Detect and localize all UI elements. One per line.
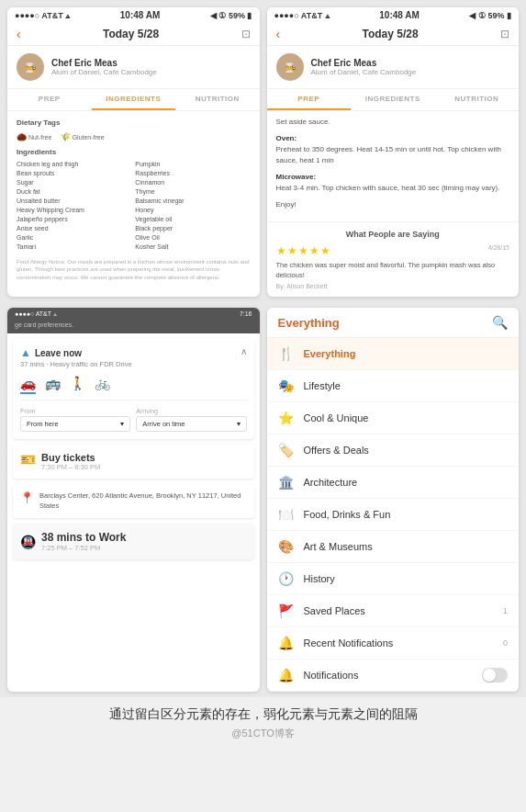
tab-nutrition-left[interactable]: NUTRITION (175, 89, 260, 110)
review-row: ★★★★★ 4/28/15 (276, 244, 510, 257)
bottom-row: ●●●●○ AT&T ⟁ 7:16 ge card preferences. ▲… (0, 302, 526, 697)
arriving-select[interactable]: Arrive on time ▾ (136, 416, 246, 432)
ingredient-8: Thyme (135, 187, 250, 196)
back-arrow-left[interactable]: ‹ (17, 27, 21, 41)
chef-name-right: Chef Eric Meas (311, 58, 417, 68)
menu-item-offers[interactable]: 🏷️ Offers & Deals (267, 434, 520, 467)
menu-item-food[interactable]: 🍽️ Food, Drinks & Fun (267, 499, 520, 531)
work-bar: 🚇 38 mins to Work 7:25 PM – 7:52 PM (13, 524, 254, 559)
review-by: By: Alison Beckett (276, 283, 510, 289)
caption-area: 通过留白区分元素的存在，弱化元素与元素之间的阻隔 @51CTO博客 (0, 697, 526, 746)
leave-now-left: ▲ Leave now 37 mins · Heavy traffic on F… (20, 346, 132, 368)
transport-icons: 🚗 🚌 🚶 🚲 (20, 376, 247, 400)
transit-header-text: ge card preferences. (15, 321, 73, 328)
prep-enjoy: Enjoy! (276, 199, 510, 210)
menu-item-recent-notifications[interactable]: 🔔 Recent Notifications 0 (267, 627, 520, 660)
notifications-toggle[interactable] (482, 668, 508, 682)
nav-bar-right: ‹ Today 5/28 ⊡ (267, 23, 520, 46)
ingredient-11: Heavy Whipping Cream (17, 206, 131, 214)
review-stars: ★★★★★ (276, 244, 331, 257)
ingredient-6: Cinnamon (135, 178, 250, 186)
chef-card-left: 👨‍🍳 Chef Eric Meas Alum of Daniel, Cafe … (7, 46, 260, 89)
time-left: 10:48 AM (120, 10, 161, 20)
menu-label-lifestyle: Lifestyle (304, 380, 509, 391)
buy-tickets-time: 7:30 PM – 8:30 PM (41, 463, 100, 471)
menu-item-history[interactable]: 🕐 History (267, 563, 520, 595)
subway-icon: 🚇 (20, 535, 36, 549)
caption-text: 通过留白区分元素的存在，弱化元素与元素之间的阻隔 (11, 706, 515, 723)
tab-prep-right[interactable]: PREP (267, 89, 352, 110)
car-icon[interactable]: 🚗 (20, 376, 36, 394)
chef-sub-right: Alum of Daniel, Cafe Cambodge (311, 68, 417, 76)
prep-microwave: Microwave:Heat 3-4 min. Top chicken with… (276, 172, 510, 194)
prep-oven: Oven:Preheat to 350 degrees. Heat 14-15 … (276, 133, 510, 166)
menu-label-everything: Everything (304, 348, 509, 359)
work-hours: 7:25 PM – 7:52 PM (41, 544, 126, 552)
menu-item-notifications[interactable]: 🔔 Notifications (267, 660, 520, 692)
work-info: 38 mins to Work 7:25 PM – 7:52 PM (41, 531, 126, 552)
transit-status-time: 7:16 (240, 310, 252, 317)
buy-tickets-card[interactable]: 🎫 Buy tickets 7:30 PM – 8:30 PM (13, 445, 254, 479)
leave-now-card: ▲ Leave now 37 mins · Heavy traffic on F… (13, 339, 254, 439)
carrier-right: ●●●●○ AT&T ⟁ (274, 11, 330, 20)
recent-notifications-badge: 0 (503, 638, 508, 648)
menu-item-everything[interactable]: 🍴 Everything (267, 338, 520, 370)
tab-nutrition-right[interactable]: NUTRITION (435, 89, 520, 110)
prep-content: Set aside sauce. Oven:Preheat to 350 deg… (267, 111, 520, 221)
left-screenshot: ●●●●○ AT&T ⟁ 10:48 AM ◀ ① 59% ▮ ‹ Today … (7, 7, 260, 297)
leave-now-title-row: ▲ Leave now (20, 346, 132, 359)
menu-label-cool-unique: Cool & Unique (304, 412, 509, 423)
carrier-left: ●●●●○ AT&T ⟁ (15, 11, 70, 20)
work-time: 38 mins to Work (41, 531, 126, 544)
prep-set-aside: Set aside sauce. (276, 117, 510, 128)
from-select[interactable]: From here ▾ (20, 416, 130, 432)
review-heading: What People are Saying (276, 230, 510, 239)
ingredient-3: Bean sprouts (17, 169, 131, 177)
tabs-left: PREP INGREDIENTS NUTRITION (7, 89, 260, 111)
back-arrow-right[interactable]: ‹ (276, 27, 281, 41)
top-row: ●●●●○ AT&T ⟁ 10:48 AM ◀ ① 59% ▮ ‹ Today … (0, 0, 526, 302)
ingredient-1: Chicken leg and thigh (17, 160, 131, 168)
from-arriving-row: From From here ▾ Arriving Arrive on time… (20, 408, 247, 432)
menu-label-art: Art & Museums (304, 541, 509, 552)
menu-item-art[interactable]: 🎨 Art & Museums (267, 531, 520, 563)
allergy-note: Food Allergy Notice: Our meals are prepa… (17, 258, 251, 281)
ingredient-17: Garlic (17, 233, 131, 242)
tab-ingredients-right[interactable]: INGREDIENTS (351, 89, 435, 110)
toggle-knob (483, 669, 496, 682)
menu-item-lifestyle[interactable]: 🎭 Lifestyle (267, 370, 520, 402)
ingredient-19: Tamari (17, 242, 131, 251)
arriving-field: Arriving Arrive on time ▾ (136, 408, 246, 432)
chef-info-left: Chef Eric Meas Alum of Daniel, Cafe Camb… (51, 58, 157, 76)
lifestyle-icon: 🎭 (278, 378, 295, 393)
ingredient-14: Vegetable oil (135, 215, 250, 223)
walk-icon[interactable]: 🚶 (70, 376, 85, 394)
arriving-label: Arriving (136, 408, 246, 414)
search-icon[interactable]: 🔍 (492, 315, 508, 330)
menu-label-food: Food, Drinks & Fun (304, 509, 509, 520)
menu-label-history: History (304, 573, 509, 584)
ticket-icon: 🎫 (20, 452, 36, 467)
transit-screenshot: ●●●●○ AT&T ⟁ 7:16 ge card preferences. ▲… (7, 308, 260, 692)
chevron-up-icon[interactable]: ∧ (241, 346, 247, 356)
menu-label-saved-places: Saved Places (304, 605, 494, 616)
menu-item-architecture[interactable]: 🏛️ Architecture (267, 467, 520, 499)
bike-icon[interactable]: 🚲 (95, 376, 110, 394)
avatar-right: 👨‍🍳 (276, 53, 304, 81)
from-value: From here (27, 420, 59, 428)
ingredient-7: Duck fat (17, 187, 131, 196)
from-label: From (20, 408, 130, 414)
tab-ingredients-left[interactable]: INGREDIENTS (92, 89, 176, 110)
calendar-icon-right[interactable]: ⊡ (500, 28, 509, 40)
transit-icon[interactable]: 🚌 (45, 376, 61, 394)
saved-places-icon: 🚩 (278, 603, 295, 618)
tab-prep-left[interactable]: PREP (7, 89, 92, 110)
menu-item-cool-unique[interactable]: ⭐ Cool & Unique (267, 402, 520, 434)
menu-label-offers: Offers & Deals (304, 445, 509, 456)
offers-icon: 🏷️ (278, 443, 295, 457)
dietary-tags-section: Dietary Tags 🌰Nut-free 🌾Gluten-free (17, 118, 251, 142)
location-pin-icon: 📍 (20, 491, 34, 504)
calendar-icon-left[interactable]: ⊡ (241, 28, 251, 40)
food-icon: 🍽️ (278, 507, 295, 522)
menu-item-saved-places[interactable]: 🚩 Saved Places 1 (267, 595, 520, 627)
